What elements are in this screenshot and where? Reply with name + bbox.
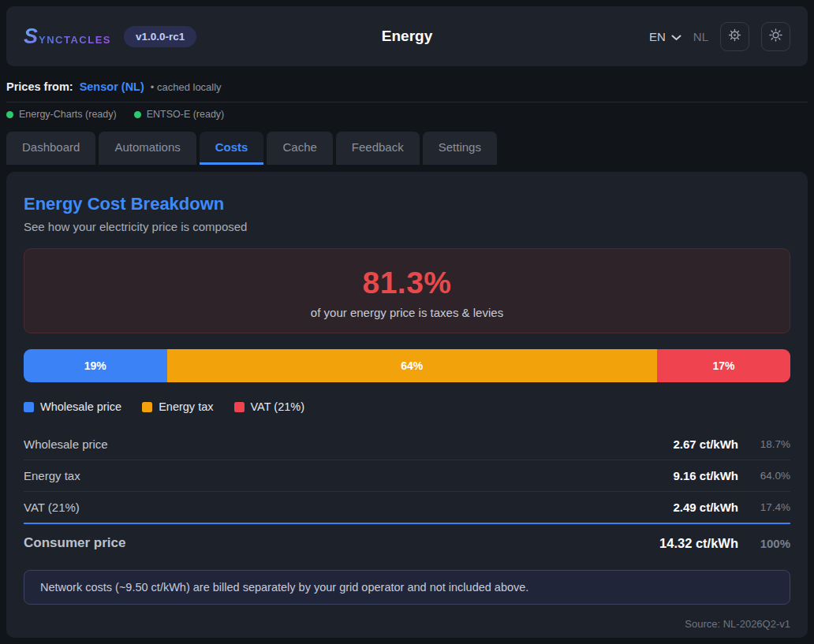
tab-costs[interactable]: Costs: [200, 132, 264, 165]
legend-swatch-icon: [234, 402, 245, 412]
cost-stacked-bar: 19% 64% 17%: [24, 349, 790, 382]
bar-segment-wholesale[interactable]: 19%: [24, 349, 167, 382]
theme-toggle-button[interactable]: [761, 22, 790, 51]
bar-legend: Wholesale price Energy tax VAT (21%): [24, 400, 790, 413]
total-value: 14.32 ct/kWh: [659, 536, 738, 551]
app-logo[interactable]: S YNCTACLES: [24, 24, 111, 49]
legend-swatch-icon: [24, 402, 34, 412]
taxes-highlight-box: 81.3% of your energy price is taxes & le…: [24, 248, 790, 333]
row-label: Wholesale price: [24, 437, 108, 451]
gear-icon: [727, 28, 742, 45]
data-source-caption: Source: NL-2026Q2-v1: [24, 618, 790, 630]
tab-dashboard[interactable]: Dashboard: [6, 132, 95, 165]
logo-text: YNCTACLES: [39, 34, 111, 46]
card-title: Energy Cost Breakdown: [24, 194, 790, 214]
row-share: 18.7%: [738, 438, 790, 450]
consumer-price-row: Consumer price 14.32 ct/kWh 100%: [24, 523, 790, 560]
bar-segment-energy-tax[interactable]: 64%: [167, 349, 657, 382]
status-dot-icon: [134, 111, 141, 118]
service-status-label: Energy-Charts (ready): [19, 109, 117, 120]
legend-label: Energy tax: [159, 400, 213, 413]
service-status-row: Energy-Charts (ready) ENTSO-E (ready): [6, 109, 808, 120]
total-label: Consumer price: [24, 535, 125, 551]
row-value: 2.49 ct/kWh: [673, 501, 738, 514]
row-share: 64.0%: [738, 470, 790, 482]
cache-status: • cached locally: [151, 81, 222, 93]
table-row: Wholesale price 2.67 ct/kWh 18.7%: [24, 429, 790, 460]
taxes-caption: of your energy price is taxes & levies: [24, 306, 790, 319]
tab-bar: Dashboard Automations Costs Cache Feedba…: [6, 132, 808, 165]
legend-label: Wholesale price: [40, 400, 121, 413]
table-row: Energy tax 9.16 ct/kWh 64.0%: [24, 460, 790, 492]
cost-table: Wholesale price 2.67 ct/kWh 18.7% Energy…: [24, 429, 790, 560]
prices-from-label: Prices from:: [6, 80, 73, 93]
language-selector[interactable]: EN: [649, 30, 681, 43]
total-share: 100%: [738, 537, 790, 550]
sun-icon: [768, 28, 783, 45]
app-header: S YNCTACLES v1.0.0-rc1 Energy EN NL: [6, 6, 808, 66]
price-source-bar: Prices from: Sensor (NL) • cached locall…: [6, 77, 808, 102]
legend-swatch-icon: [142, 402, 152, 412]
service-status-label: ENTSO-E (ready): [147, 109, 225, 120]
version-badge: v1.0.0-rc1: [124, 26, 196, 47]
row-value: 2.67 ct/kWh: [673, 437, 738, 451]
tab-settings[interactable]: Settings: [423, 132, 497, 165]
chevron-down-icon: [671, 30, 681, 43]
page: S YNCTACLES v1.0.0-rc1 Energy EN NL: [0, 0, 814, 644]
settings-button[interactable]: [720, 22, 749, 51]
price-source-link[interactable]: Sensor (NL): [80, 80, 144, 93]
brand: S YNCTACLES v1.0.0-rc1: [24, 24, 196, 49]
card-subtitle: See how your electricity price is compos…: [24, 220, 790, 233]
table-row: VAT (21%) 2.49 ct/kWh 17.4%: [24, 492, 790, 523]
row-value: 9.16 ct/kWh: [673, 469, 738, 482]
row-label: VAT (21%): [24, 501, 80, 514]
header-actions: EN NL: [649, 22, 790, 51]
tab-feedback[interactable]: Feedback: [336, 132, 420, 165]
network-costs-note: Network costs (~9.50 ct/kWh) are billed …: [24, 570, 790, 605]
tab-automations[interactable]: Automations: [99, 132, 196, 165]
logo-letter: S: [24, 24, 38, 49]
row-label: Energy tax: [24, 469, 80, 482]
language-alt[interactable]: NL: [693, 30, 708, 43]
cost-breakdown-card: Energy Cost Breakdown See how your elect…: [6, 172, 808, 638]
legend-item: Energy tax: [142, 400, 213, 413]
page-title: Energy: [382, 28, 432, 45]
tab-cache[interactable]: Cache: [267, 132, 332, 165]
legend-label: VAT (21%): [251, 400, 305, 413]
service-status: ENTSO-E (ready): [134, 109, 225, 120]
legend-item: Wholesale price: [24, 400, 121, 413]
language-active-label: EN: [649, 30, 666, 43]
legend-item: VAT (21%): [234, 400, 305, 413]
status-dot-icon: [6, 111, 13, 118]
row-share: 17.4%: [738, 501, 790, 513]
bar-segment-vat[interactable]: 17%: [657, 349, 790, 382]
service-status: Energy-Charts (ready): [6, 109, 117, 120]
taxes-percentage: 81.3%: [24, 266, 790, 300]
